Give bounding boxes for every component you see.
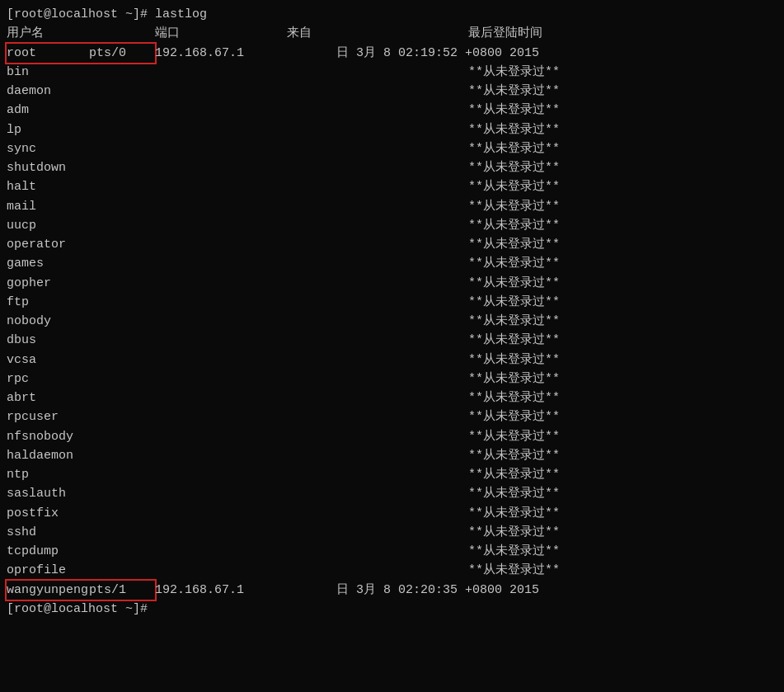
username: operator xyxy=(7,235,155,254)
table-row: rpcuser**从未登录过** xyxy=(7,407,777,426)
header-lastlogin: 最后登陆时间 xyxy=(468,24,542,43)
header-username: 用户名 xyxy=(7,24,155,43)
port: pts/0 xyxy=(89,44,155,63)
lastlogin: **从未登录过** xyxy=(468,101,560,120)
lastlogin: **从未登录过** xyxy=(468,82,560,101)
table-row: gopher**从未登录过** xyxy=(7,274,777,293)
lastlogin: **从未登录过** xyxy=(468,216,560,235)
username: shutdown xyxy=(7,158,155,177)
table-row: postfix**从未登录过** xyxy=(7,504,777,523)
table-row: ftp**从未登录过** xyxy=(7,293,777,312)
highlight-box: wangyunpengpts/1 xyxy=(7,581,155,600)
username: rpcuser xyxy=(7,407,155,426)
table-row: saslauth**从未登录过** xyxy=(7,484,777,503)
username: nobody xyxy=(7,312,155,331)
username: bin xyxy=(7,63,155,82)
username: root xyxy=(7,44,89,63)
header-from: 来自 xyxy=(287,24,468,43)
username: rpc xyxy=(7,370,155,388)
lastlogin: **从未登录过** xyxy=(468,504,560,523)
username: lp xyxy=(7,120,155,139)
username: saslauth xyxy=(7,484,155,503)
data-rows: rootpts/0192.168.67.1日 3月 8 02:19:52 +08… xyxy=(7,44,777,600)
username: dbus xyxy=(7,331,155,350)
lastlogin: **从未登录过** xyxy=(468,331,560,350)
table-row: lp**从未登录过** xyxy=(7,120,777,139)
table-row: games**从未登录过** xyxy=(7,254,777,273)
command-line: [root@localhost ~]# lastlog xyxy=(7,5,777,24)
table-row: halt**从未登录过** xyxy=(7,177,777,196)
username: vcsa xyxy=(7,351,155,370)
table-row: nobody**从未登录过** xyxy=(7,312,777,331)
table-row: abrt**从未登录过** xyxy=(7,388,777,407)
username: daemon xyxy=(7,82,155,101)
lastlogin: **从未登录过** xyxy=(468,407,560,426)
table-row: sshd**从未登录过** xyxy=(7,523,777,542)
table-row: uucp**从未登录过** xyxy=(7,216,777,235)
lastlogin: **从未登录过** xyxy=(468,139,560,158)
port: pts/1 xyxy=(89,581,155,600)
username: abrt xyxy=(7,388,155,407)
table-row: nfsnobody**从未登录过** xyxy=(7,427,777,446)
table-row: rootpts/0192.168.67.1日 3月 8 02:19:52 +08… xyxy=(7,44,777,63)
lastlogin: **从未登录过** xyxy=(468,542,560,561)
lastlogin: **从未登录过** xyxy=(468,254,560,273)
table-row: shutdown**从未登录过** xyxy=(7,158,777,177)
username: mail xyxy=(7,197,155,216)
header-row: 用户名 端口 来自 最后登陆时间 xyxy=(7,24,777,43)
lastlogin: **从未登录过** xyxy=(468,351,560,370)
lastlogin: **从未登录过** xyxy=(468,484,560,503)
terminal-window: [root@localhost ~]# lastlog 用户名 端口 来自 最后… xyxy=(7,5,777,619)
username: postfix xyxy=(7,504,155,523)
lastlogin: **从未登录过** xyxy=(468,158,560,177)
username: sync xyxy=(7,139,155,158)
username: ftp xyxy=(7,293,155,312)
table-row: dbus**从未登录过** xyxy=(7,331,777,350)
final-prompt: [root@localhost ~]# xyxy=(7,600,777,619)
username: games xyxy=(7,254,155,273)
username: nfsnobody xyxy=(7,427,155,446)
lastlogin: **从未登录过** xyxy=(468,120,560,139)
username: uucp xyxy=(7,216,155,235)
lastlogin: **从未登录过** xyxy=(468,388,560,407)
from: 192.168.67.1 xyxy=(155,581,336,600)
table-row: adm**从未登录过** xyxy=(7,101,777,120)
table-row: operator**从未登录过** xyxy=(7,235,777,254)
username: tcpdump xyxy=(7,542,155,561)
lastlogin: **从未登录过** xyxy=(468,446,560,465)
lastlogin: **从未登录过** xyxy=(468,293,560,312)
table-row: mail**从未登录过** xyxy=(7,197,777,216)
table-row: rpc**从未登录过** xyxy=(7,370,777,388)
lastlogin: **从未登录过** xyxy=(468,370,560,388)
lastlogin: **从未登录过** xyxy=(468,197,560,216)
prompt-text: [root@localhost ~]# lastlog xyxy=(7,7,207,21)
prompt2-text: [root@localhost ~]# xyxy=(7,602,148,616)
lastlogin: **从未登录过** xyxy=(468,523,560,542)
username: halt xyxy=(7,177,155,196)
username: haldaemon xyxy=(7,446,155,465)
table-row: oprofile**从未登录过** xyxy=(7,561,777,580)
table-row: tcpdump**从未登录过** xyxy=(7,542,777,561)
lastlogin: **从未登录过** xyxy=(468,312,560,331)
username: gopher xyxy=(7,274,155,293)
table-row: wangyunpengpts/1192.168.67.1日 3月 8 02:20… xyxy=(7,581,777,600)
username: oprofile xyxy=(7,561,155,580)
lastlogin: **从未登录过** xyxy=(468,561,560,580)
table-row: ntp**从未登录过** xyxy=(7,465,777,484)
username: adm xyxy=(7,101,155,120)
lastlogin: **从未登录过** xyxy=(468,235,560,254)
username: ntp xyxy=(7,465,155,484)
lastlogin: **从未登录过** xyxy=(468,177,560,196)
lastlogin: **从未登录过** xyxy=(468,274,560,293)
lastlogin: 日 3月 8 02:19:52 +0800 2015 xyxy=(336,44,539,63)
table-row: vcsa**从未登录过** xyxy=(7,351,777,370)
username: wangyunpeng xyxy=(7,581,89,600)
header-port: 端口 xyxy=(155,24,287,43)
table-row: bin**从未登录过** xyxy=(7,63,777,82)
lastlogin: **从未登录过** xyxy=(468,427,560,446)
table-row: daemon**从未登录过** xyxy=(7,82,777,101)
table-row: haldaemon**从未登录过** xyxy=(7,446,777,465)
lastlogin: **从未登录过** xyxy=(468,63,560,82)
username: sshd xyxy=(7,523,155,542)
lastlogin: **从未登录过** xyxy=(468,465,560,484)
